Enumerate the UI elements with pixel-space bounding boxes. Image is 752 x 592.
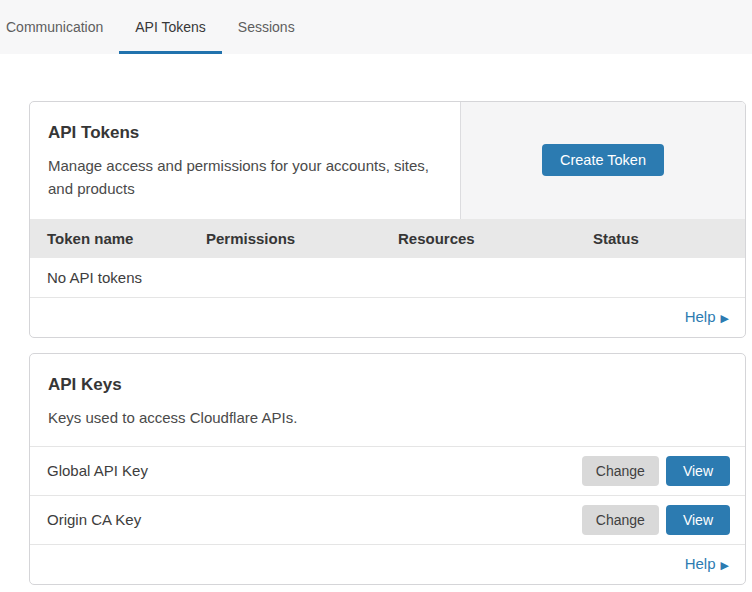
change-global-api-key-button[interactable]: Change — [582, 456, 659, 486]
view-origin-ca-key-button[interactable]: View — [666, 505, 730, 535]
column-header-resources: Resources — [398, 230, 593, 247]
api-tokens-card: API Tokens Manage access and permissions… — [29, 101, 746, 338]
main-content: API Tokens Manage access and permissions… — [29, 101, 746, 585]
api-key-row-origin-ca: Origin CA Key Change View — [30, 495, 745, 544]
api-tokens-card-header: API Tokens Manage access and permissions… — [30, 102, 745, 219]
column-header-token-name: Token name — [47, 230, 206, 247]
api-keys-footer: Help▶ — [30, 544, 745, 584]
column-header-status: Status — [593, 230, 745, 247]
api-key-label: Origin CA Key — [47, 511, 582, 528]
api-keys-description: Keys used to access Cloudflare APIs. — [48, 406, 727, 429]
tab-api-tokens[interactable]: API Tokens — [119, 0, 222, 54]
tab-communication[interactable]: Communication — [6, 0, 119, 54]
arrow-right-icon: ▶ — [721, 312, 729, 324]
help-link-label: Help — [685, 555, 716, 572]
api-tokens-card-info: API Tokens Manage access and permissions… — [30, 102, 460, 219]
api-tokens-footer: Help▶ — [30, 298, 745, 337]
tokens-empty-message: No API tokens — [30, 258, 745, 298]
create-token-button[interactable]: Create Token — [542, 144, 664, 176]
tokens-table-header: Token name Permissions Resources Status — [30, 219, 745, 258]
change-origin-ca-key-button[interactable]: Change — [582, 505, 659, 535]
api-keys-help-link[interactable]: Help▶ — [685, 555, 729, 572]
help-link-label: Help — [685, 308, 716, 325]
tab-bar: Communication API Tokens Sessions — [0, 0, 752, 54]
view-global-api-key-button[interactable]: View — [666, 456, 730, 486]
api-keys-card: API Keys Keys used to access Cloudflare … — [29, 353, 746, 585]
api-tokens-description: Manage access and permissions for your a… — [48, 154, 442, 201]
column-header-permissions: Permissions — [206, 230, 398, 247]
api-tokens-action-panel: Create Token — [460, 102, 745, 219]
api-key-label: Global API Key — [47, 462, 582, 479]
api-tokens-help-link[interactable]: Help▶ — [685, 308, 729, 325]
api-tokens-title: API Tokens — [48, 123, 442, 143]
api-key-row-global: Global API Key Change View — [30, 446, 745, 495]
api-keys-card-header: API Keys Keys used to access Cloudflare … — [30, 354, 745, 446]
tab-sessions[interactable]: Sessions — [222, 0, 311, 54]
arrow-right-icon: ▶ — [721, 559, 729, 571]
api-keys-title: API Keys — [48, 375, 727, 395]
